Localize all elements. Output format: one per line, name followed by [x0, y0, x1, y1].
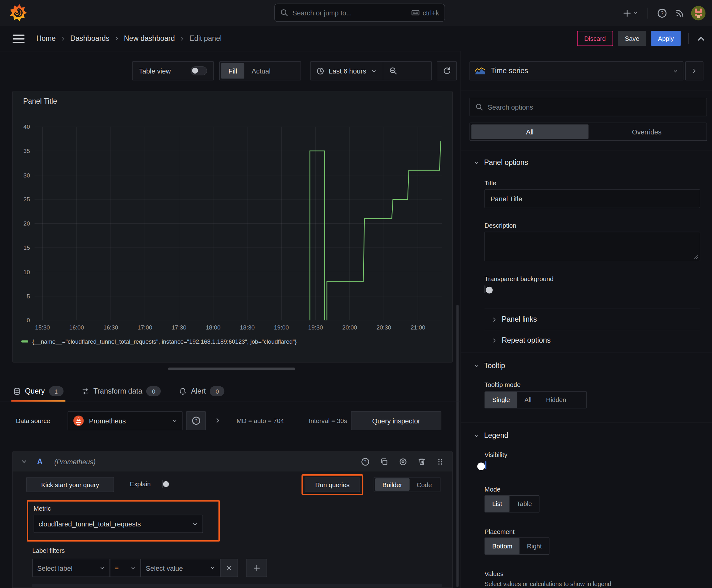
refresh-icon	[443, 67, 451, 75]
chevron-right-icon[interactable]	[214, 417, 221, 424]
series-color-marker[interactable]	[21, 340, 28, 342]
time-range-control: Last 6 hours	[310, 61, 432, 80]
breadcrumb-home[interactable]: Home	[37, 34, 56, 42]
resize-grip-icon[interactable]	[694, 255, 698, 259]
datasource-name: Prometheus	[89, 417, 172, 425]
tab-alert[interactable]: Alert 0	[178, 381, 225, 402]
panel-title-input[interactable]	[484, 189, 700, 208]
panel-options-header[interactable]: Panel options	[474, 159, 528, 167]
run-queries-button[interactable]: Run queries	[305, 478, 360, 492]
search-options-input[interactable]: Search options	[470, 98, 707, 116]
eye-icon[interactable]	[399, 457, 407, 466]
legend-section-header[interactable]: Legend	[474, 432, 508, 440]
x-tick-label: 19:30	[308, 324, 323, 331]
legend-placement-right[interactable]: Right	[520, 538, 549, 554]
tab-query[interactable]: Query 1	[12, 381, 64, 402]
trash-icon[interactable]	[418, 458, 426, 466]
legend-placement-label: Placement	[484, 528, 515, 535]
transparent-bg-toggle[interactable]	[484, 285, 486, 293]
tab-all[interactable]: All	[471, 124, 588, 139]
series-line[interactable]	[308, 141, 440, 320]
breadcrumb-new-dashboard[interactable]: New dashboard	[124, 34, 175, 42]
title-field-label: Title	[484, 180, 496, 187]
chevron-down-icon	[474, 363, 480, 369]
chart-canvas[interactable]	[35, 127, 442, 320]
news-button[interactable]	[673, 6, 687, 19]
table-view-label: Table view	[139, 67, 171, 75]
discard-button[interactable]: Discard	[577, 31, 613, 46]
remove-filter-button[interactable]	[220, 559, 238, 577]
select-label-dropdown[interactable]: Select label	[33, 559, 110, 577]
chevron-down-icon[interactable]	[21, 458, 27, 465]
menu-icon[interactable]	[13, 35, 25, 43]
chevron-down-icon	[172, 418, 178, 424]
legend-values-hint: Select values or calculations to show in…	[484, 581, 611, 588]
chevron-down-icon	[192, 521, 198, 527]
scrollbar[interactable]	[456, 305, 459, 587]
panel-options-title: Panel options	[484, 159, 528, 167]
series-label[interactable]: {__name__="cloudflared_tunnel_total_requ…	[33, 338, 297, 345]
description-textarea[interactable]	[484, 232, 700, 261]
time-range-picker[interactable]: Last 6 hours	[310, 62, 382, 80]
x-tick-label: 16:00	[69, 324, 84, 331]
panel-title: Panel Title	[23, 97, 57, 106]
next-section-edge	[33, 584, 442, 588]
table-view-control: Table view	[132, 61, 214, 80]
help-button[interactable]: ?	[655, 6, 669, 20]
panel-links-section[interactable]: Panel links	[491, 315, 537, 323]
save-button[interactable]: Save	[618, 31, 646, 46]
search-icon	[475, 103, 483, 111]
select-value-dropdown[interactable]: Select value	[141, 559, 220, 577]
legend-placement-bottom[interactable]: Bottom	[485, 538, 520, 554]
actual-option[interactable]: Actual	[244, 63, 278, 79]
svg-text:?: ?	[195, 418, 197, 423]
fill-option[interactable]: Fill	[221, 63, 244, 79]
tooltip-mode-single[interactable]: Single	[485, 392, 517, 408]
query-inspector-button[interactable]: Query inspector	[351, 411, 441, 430]
apply-button[interactable]: Apply	[651, 31, 681, 46]
grafana-logo-icon[interactable]	[9, 4, 27, 22]
chevron-up-icon[interactable]	[697, 34, 706, 43]
resize-handle[interactable]	[168, 368, 295, 370]
tooltip-mode-hidden[interactable]: Hidden	[539, 392, 573, 408]
tooltip-section-header[interactable]: Tooltip	[474, 361, 505, 370]
tab-overrides[interactable]: Overrides	[588, 124, 705, 139]
query-editor-card: A (Prometheus) ? Kick start your query E…	[12, 451, 453, 588]
zoom-out-button[interactable]	[383, 62, 403, 80]
new-button[interactable]	[621, 6, 640, 19]
tooltip-section-title: Tooltip	[484, 361, 505, 370]
refresh-button[interactable]	[437, 61, 457, 80]
interval-stat: Interval = 30s	[309, 411, 347, 430]
avatar[interactable]	[691, 6, 706, 20]
legend-mode-table[interactable]: Table	[510, 496, 539, 512]
legend-visibility-toggle[interactable]	[486, 461, 486, 469]
screen: Search or jump to... ctrl+k ?	[0, 0, 712, 588]
repeat-options-section[interactable]: Repeat options	[491, 336, 551, 344]
timeseries-chart-icon	[475, 67, 486, 75]
svg-text:?: ?	[661, 10, 663, 16]
operator-dropdown[interactable]: =	[110, 559, 141, 577]
metric-select[interactable]: cloudflared_tunnel_total_requests	[34, 515, 203, 533]
kickstart-button[interactable]: Kick start your query	[26, 477, 114, 492]
chevron-right-icon	[491, 316, 497, 322]
datasource-picker[interactable]: Prometheus	[68, 411, 183, 430]
datasource-help-button[interactable]: ?	[186, 411, 206, 430]
code-option[interactable]: Code	[409, 478, 439, 491]
datasource-row: Data source Prometheus ? MD = auto = 704…	[0, 411, 460, 430]
drag-handle-icon[interactable]	[436, 458, 444, 465]
visualization-picker[interactable]: Time series	[470, 61, 684, 80]
legend-mode-list[interactable]: List	[485, 496, 510, 512]
builder-option[interactable]: Builder	[375, 478, 409, 491]
breadcrumb-dashboards[interactable]: Dashboards	[70, 34, 110, 42]
table-view-toggle[interactable]	[191, 66, 207, 76]
global-search-input[interactable]: Search or jump to... ctrl+k	[274, 4, 445, 22]
add-filter-button[interactable]	[246, 559, 267, 577]
explain-toggle[interactable]	[162, 480, 163, 488]
tooltip-mode-all[interactable]: All	[517, 392, 539, 408]
next-visualization-button[interactable]	[685, 61, 704, 80]
copy-icon[interactable]	[380, 458, 388, 466]
help-icon[interactable]: ?	[361, 457, 369, 466]
query-row-header[interactable]: A (Prometheus) ?	[13, 452, 452, 472]
tab-transform[interactable]: Transform data 0	[81, 381, 162, 402]
chevron-down-icon	[100, 565, 105, 570]
